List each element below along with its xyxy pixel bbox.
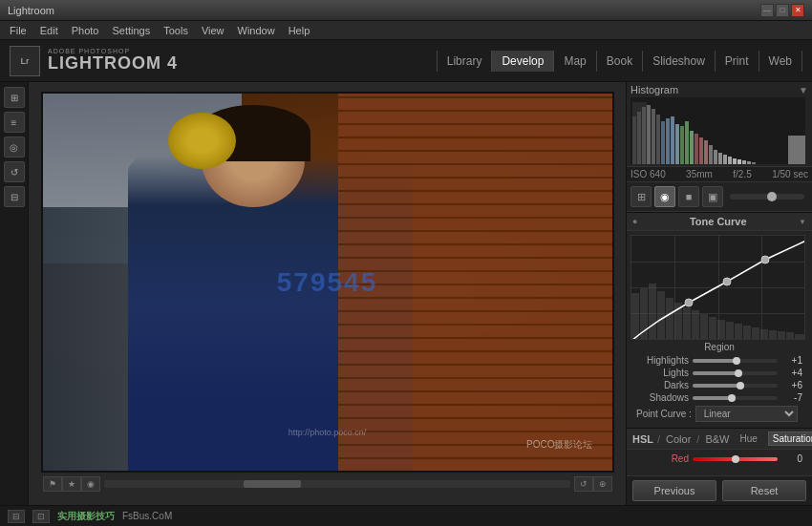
darks-label: Darks [636,380,689,390]
hsl-hue-tab[interactable]: Hue [735,431,761,446]
status-icon-right[interactable]: ⊡ [32,510,50,523]
hsl-sat-tab[interactable]: Saturation [768,431,812,446]
tool-history[interactable]: ↺ [4,161,25,182]
menu-view[interactable]: View [196,23,230,38]
tone-curve-collapse-icon: ▼ [799,218,806,226]
darks-fill [693,384,740,388]
close-button[interactable]: ✕ [791,4,804,17]
status-url: FsBus.CoM [122,511,172,521]
svg-rect-12 [690,131,694,164]
shadows-thumb[interactable] [728,394,736,402]
menu-tools[interactable]: Tools [158,23,194,38]
img-star-btn[interactable]: ★ [62,476,81,492]
menu-file[interactable]: File [4,23,32,38]
svg-rect-22 [737,159,741,164]
tone-curve-body: Region Highlights +1 Lights +4 Darks [627,231,812,428]
tone-curve-title: Tone Curve [690,216,747,227]
color-tool-btn[interactable]: ▣ [702,186,723,207]
shadows-label: Shadows [636,392,689,403]
highlights-fill [693,359,737,363]
hsl-tab-color[interactable]: Color [664,433,693,445]
svg-rect-19 [723,155,727,164]
window-controls: — □ ✕ [760,4,804,17]
hsl-red-track[interactable] [693,457,778,461]
svg-rect-17 [714,150,717,164]
menu-help[interactable]: Help [283,23,316,38]
highlights-value: +1 [781,355,802,366]
svg-rect-4 [652,109,655,164]
app-name: LIGHTROOM 4 [48,54,178,74]
exif-bar: ISO 640 35mm f/2.5 1/50 sec [627,167,812,182]
point-curve-label: Point Curve : [636,409,692,419]
bottom-buttons: Previous Reset [627,475,812,505]
histogram-svg [630,97,805,164]
basic-tool-btn[interactable]: ⊞ [630,186,652,207]
darks-thumb[interactable] [737,382,744,389]
tab-develop[interactable]: Develop [492,51,554,72]
img-color-btn[interactable]: ◉ [81,476,100,492]
tab-slideshow[interactable]: Slideshow [643,51,716,72]
img-rotate-left[interactable]: ↺ [574,476,593,492]
hsl-tool-btn[interactable]: ■ [678,186,699,207]
hsl-title: HSL [632,433,653,445]
hsl-sep2: / [696,433,699,445]
svg-rect-8 [671,116,674,164]
lights-thumb[interactable] [735,369,742,377]
status-bar: ⊟ ⊡ 实用摄影技巧 FsBus.CoM [0,505,812,526]
shadows-track[interactable] [693,396,778,400]
image-container: 579545 POCO摄影论坛 http://photo.poco.cn/ [41,92,614,473]
svg-rect-18 [718,153,722,164]
svg-rect-5 [656,115,660,164]
tool-snapshots[interactable]: ◎ [4,137,25,158]
tab-map[interactable]: Map [554,51,596,72]
hsl-red-label: Red [636,453,689,464]
img-zoom-btn[interactable]: ⊕ [593,476,612,492]
lights-value: +4 [781,368,802,378]
tool-collections[interactable]: ⊟ [4,186,25,207]
svg-rect-11 [685,121,689,164]
point-curve-select[interactable]: Linear Medium Contrast Strong Contrast [695,406,798,422]
scroll-thumb[interactable] [244,480,301,488]
darks-track[interactable] [693,384,778,388]
tool-slider[interactable] [730,194,804,200]
hsl-red-thumb[interactable] [732,455,739,463]
darks-row: Darks +6 [630,379,808,391]
tone-curve-btn[interactable]: ◉ [654,186,675,207]
svg-rect-15 [704,140,708,164]
hsl-tab-bw[interactable]: B&W [703,433,731,445]
menu-settings[interactable]: Settings [106,23,156,38]
histogram-header: Histogram ▼ [630,84,808,95]
histogram-collapse[interactable]: ▼ [799,85,808,95]
svg-point-48 [685,299,693,306]
lights-label: Lights [636,368,689,378]
watermark-main: 579545 [277,267,377,298]
horizontal-scrollbar[interactable] [104,480,570,488]
svg-rect-13 [694,134,698,164]
maximize-button[interactable]: □ [776,4,789,17]
svg-rect-27 [788,136,805,164]
tool-slider-thumb[interactable] [767,192,777,201]
previous-button[interactable]: Previous [632,480,716,501]
reset-button[interactable]: Reset [722,480,806,501]
menu-edit[interactable]: Edit [34,23,64,38]
tab-web[interactable]: Web [759,51,802,72]
highlights-track[interactable] [693,359,778,363]
status-icon-left[interactable]: ⊟ [8,510,25,523]
tone-curve-header[interactable]: ● Tone Curve ▼ [627,212,812,231]
menu-photo[interactable]: Photo [66,23,105,38]
shadows-fill [693,396,732,400]
tool-icons-row: ⊞ ◉ ■ ▣ [627,182,812,212]
tab-library[interactable]: Library [437,51,493,72]
menu-window[interactable]: Window [232,23,281,38]
tab-book[interactable]: Book [597,51,643,72]
highlights-thumb[interactable] [733,357,740,365]
tool-presets[interactable]: ≡ [4,112,25,133]
svg-rect-9 [675,124,679,164]
tab-print[interactable]: Print [716,51,759,72]
minimize-button[interactable]: — [760,4,774,17]
lights-row: Lights +4 [630,367,808,379]
exif-shutter: 1/50 sec [772,169,808,179]
lights-track[interactable] [693,371,778,375]
tool-navigator[interactable]: ⊞ [4,87,25,108]
img-flag-btn[interactable]: ⚑ [43,476,62,492]
